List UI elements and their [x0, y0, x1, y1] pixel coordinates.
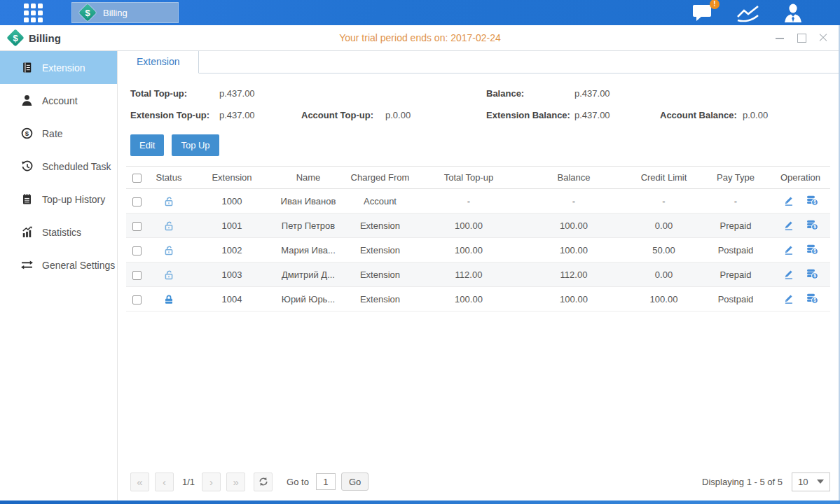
sidebar-item-rate[interactable]: $ Rate: [0, 117, 117, 150]
prev-page-button[interactable]: ‹: [155, 472, 174, 491]
user-account-icon[interactable]: [783, 4, 804, 22]
balance-cell: 112.00: [521, 262, 627, 287]
refresh-icon: [259, 477, 268, 486]
first-page-button[interactable]: «: [130, 472, 149, 491]
sidebar-label: Statistics: [42, 227, 81, 238]
svg-text:$: $: [813, 298, 816, 303]
edit-pencil-icon[interactable]: [783, 293, 794, 304]
edit-button[interactable]: Edit: [130, 134, 164, 156]
goto-page-input[interactable]: [316, 473, 336, 490]
page-size-select[interactable]: 10: [792, 472, 830, 491]
row-topup-icon[interactable]: $: [806, 293, 818, 304]
table-row[interactable]: 1004 Юрий Юрь... Extension 100.00 100.00…: [126, 287, 830, 312]
toolbar: Edit Top Up: [118, 126, 840, 164]
col-credit-limit: Credit Limit: [627, 167, 701, 189]
extension-table: Status Extension Name Charged From Total…: [126, 166, 830, 312]
account-balance-label: Account Balance:: [660, 110, 743, 120]
charged-from-cell: Extension: [343, 214, 417, 238]
sidebar-item-scheduled-task[interactable]: Scheduled Task: [0, 150, 117, 183]
lock-open-icon: [163, 220, 174, 232]
row-checkbox[interactable]: [132, 271, 142, 280]
extension-cell: 1001: [191, 214, 273, 238]
app-grid-icon[interactable]: [24, 4, 43, 22]
bar-chart-icon: [21, 226, 33, 238]
col-operation: Operation: [771, 167, 830, 189]
table-row[interactable]: 1001 Петр Петров Extension 100.00 100.00…: [126, 214, 830, 238]
minimize-icon[interactable]: [774, 32, 785, 43]
credit-limit-cell: 100.00: [627, 287, 701, 312]
window-title: Billing: [29, 32, 61, 44]
col-status: Status: [147, 167, 191, 189]
billing-window-icon: $: [6, 29, 25, 47]
row-checkbox[interactable]: [132, 222, 142, 231]
select-all-checkbox[interactable]: [132, 174, 142, 183]
taskbar-billing-tab[interactable]: $ Billing: [71, 2, 179, 23]
close-icon[interactable]: [818, 32, 829, 43]
col-pay-type: Pay Type: [701, 167, 771, 189]
edit-pencil-icon[interactable]: [783, 268, 794, 279]
pay-type-cell: Postpaid: [701, 287, 771, 312]
extension-balance-label: Extension Balance:: [486, 110, 574, 120]
last-page-button[interactable]: »: [226, 472, 245, 491]
row-topup-icon[interactable]: $: [806, 268, 818, 279]
balance-cell: -: [521, 189, 627, 214]
person-icon: [21, 94, 33, 106]
total-topup-label: Total Top-up:: [130, 88, 219, 99]
table-row[interactable]: 1002 Мария Ива... Extension 100.00 100.0…: [126, 238, 830, 262]
total-topup-cell: 112.00: [417, 262, 521, 287]
go-button[interactable]: Go: [341, 472, 369, 491]
table-row[interactable]: 1000 Иван Иванов Account - - - -: [126, 189, 830, 214]
maximize-icon[interactable]: [796, 32, 807, 43]
extension-topup-label: Extension Top-up:: [130, 110, 219, 120]
row-checkbox[interactable]: [132, 295, 142, 304]
sidebar-label: Rate: [42, 128, 63, 139]
extension-cell: 1004: [191, 287, 273, 312]
lock-open-icon: [163, 269, 174, 281]
messages-icon[interactable]: !: [692, 4, 714, 22]
sidebar-item-extension[interactable]: Extension: [0, 51, 117, 84]
sidebar-label: General Settings: [42, 260, 115, 271]
taskbar-tab-label: Billing: [103, 8, 128, 18]
sidebar-item-topup-history[interactable]: Top-up History: [0, 183, 117, 216]
edit-pencil-icon[interactable]: [783, 195, 794, 206]
svg-text:$: $: [813, 248, 816, 254]
dollar-circle-icon: $: [21, 127, 33, 139]
window-titlebar: $ Billing Your trial period ends on: 201…: [0, 25, 840, 51]
sidebar-item-account[interactable]: Account: [0, 84, 117, 117]
total-topup-cell: -: [417, 189, 521, 214]
name-cell: Дмитрий Д...: [273, 262, 343, 287]
edit-pencil-icon[interactable]: [783, 244, 794, 255]
balance-cell: 100.00: [521, 214, 627, 238]
sidebar-item-statistics[interactable]: Statistics: [0, 216, 117, 248]
account-topup-label: Account Top-up:: [301, 110, 385, 120]
table-row[interactable]: 1003 Дмитрий Д... Extension 112.00 112.0…: [126, 262, 830, 287]
statistics-chart-icon[interactable]: [736, 4, 760, 22]
col-charged-from: Charged From: [343, 167, 417, 189]
sidebar-item-general-settings[interactable]: General Settings: [0, 248, 117, 281]
pay-type-cell: Postpaid: [701, 238, 771, 262]
tabstrip: Extension: [118, 51, 840, 74]
pay-type-cell: Prepaid: [701, 214, 771, 238]
row-topup-icon[interactable]: $: [806, 219, 818, 230]
refresh-button[interactable]: [254, 472, 273, 491]
topup-button[interactable]: Top Up: [172, 134, 219, 156]
tab-extension[interactable]: Extension: [118, 51, 199, 74]
svg-text:$: $: [25, 130, 29, 137]
page-indicator: 1/1: [182, 477, 195, 487]
next-page-button[interactable]: ›: [202, 472, 221, 491]
total-topup-value: p.437.00: [219, 88, 301, 99]
charged-from-cell: Extension: [343, 287, 417, 312]
row-checkbox[interactable]: [132, 197, 142, 206]
svg-text:$: $: [813, 200, 816, 205]
extension-cell: 1000: [191, 189, 273, 214]
row-checkbox[interactable]: [132, 246, 142, 255]
chevron-down-icon: [817, 479, 824, 484]
row-topup-icon[interactable]: $: [806, 195, 818, 206]
name-cell: Петр Петров: [273, 214, 343, 238]
taskbar-right: !: [692, 4, 840, 22]
extension-balance-value: p.437.00: [574, 110, 660, 120]
extension-cell: 1003: [191, 262, 273, 287]
row-topup-icon[interactable]: $: [806, 244, 818, 255]
lock-closed-icon: [163, 293, 174, 305]
edit-pencil-icon[interactable]: [783, 219, 794, 230]
